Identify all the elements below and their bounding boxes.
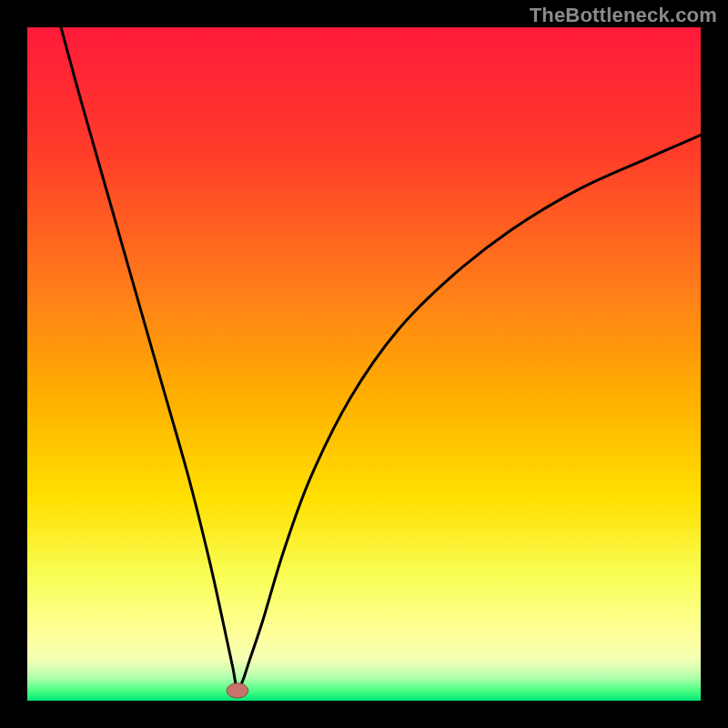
chart-frame: TheBottleneck.com — [0, 0, 728, 728]
bottleneck-chart — [27, 27, 701, 701]
gradient-background — [27, 27, 701, 701]
plot-area — [27, 27, 701, 701]
watermark-text: TheBottleneck.com — [530, 4, 717, 27]
optimum-marker-icon — [227, 683, 248, 698]
